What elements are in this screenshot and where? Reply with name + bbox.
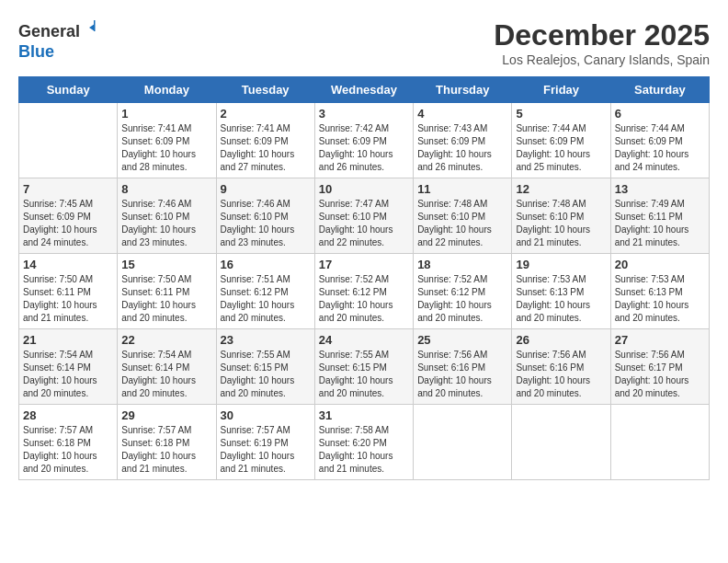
day-info: Sunrise: 7:41 AM Sunset: 6:09 PM Dayligh… [221,122,311,174]
day-number: 29 [121,408,211,422]
day-number: 3 [319,107,409,121]
calendar-cell [19,103,118,178]
title-area: December 2025 Los Realejos, Canary Islan… [494,18,710,67]
logo: General Blue [18,18,100,62]
day-number: 26 [516,333,606,347]
weekday-header-row: SundayMondayTuesdayWednesdayThursdayFrid… [19,77,710,103]
day-number: 17 [319,258,409,271]
day-number: 15 [121,258,211,271]
calendar-cell: 2Sunrise: 7:41 AM Sunset: 6:09 PM Daylig… [216,103,314,178]
day-number: 22 [121,333,211,347]
calendar-cell: 4Sunrise: 7:43 AM Sunset: 6:09 PM Daylig… [414,103,512,178]
day-number: 19 [516,258,606,271]
day-number: 18 [417,258,507,271]
weekday-header-friday: Friday [512,77,610,103]
day-info: Sunrise: 7:44 AM Sunset: 6:09 PM Dayligh… [615,122,705,174]
day-info: Sunrise: 7:58 AM Sunset: 6:20 PM Dayligh… [319,424,409,476]
calendar-cell: 15Sunrise: 7:50 AM Sunset: 6:11 PM Dayli… [118,254,216,329]
week-row-3: 14Sunrise: 7:50 AM Sunset: 6:11 PM Dayli… [19,254,710,329]
day-info: Sunrise: 7:49 AM Sunset: 6:11 PM Dayligh… [615,198,705,249]
calendar-table: SundayMondayTuesdayWednesdayThursdayFrid… [18,76,710,480]
day-number: 27 [615,333,705,347]
day-number: 4 [417,107,507,121]
day-number: 12 [516,182,606,196]
day-info: Sunrise: 7:52 AM Sunset: 6:12 PM Dayligh… [417,273,507,325]
calendar-cell: 18Sunrise: 7:52 AM Sunset: 6:12 PM Dayli… [414,254,512,329]
logo-blue: Blue [18,42,54,61]
calendar-cell: 23Sunrise: 7:55 AM Sunset: 6:15 PM Dayli… [216,329,314,405]
day-info: Sunrise: 7:47 AM Sunset: 6:10 PM Dayligh… [319,198,409,249]
day-number: 8 [121,182,211,196]
weekday-header-sunday: Sunday [19,77,118,103]
calendar-cell: 6Sunrise: 7:44 AM Sunset: 6:09 PM Daylig… [610,103,709,178]
calendar-cell: 22Sunrise: 7:54 AM Sunset: 6:14 PM Dayli… [118,329,216,405]
day-info: Sunrise: 7:57 AM Sunset: 6:18 PM Dayligh… [121,424,211,476]
calendar-cell [414,405,512,480]
day-info: Sunrise: 7:46 AM Sunset: 6:10 PM Dayligh… [221,198,311,249]
day-info: Sunrise: 7:53 AM Sunset: 6:13 PM Dayligh… [516,273,606,325]
day-number: 24 [319,333,409,347]
svg-rect-0 [94,20,96,31]
weekday-header-thursday: Thursday [414,77,512,103]
day-number: 1 [121,107,211,121]
day-number: 13 [615,182,705,196]
day-info: Sunrise: 7:48 AM Sunset: 6:10 PM Dayligh… [516,198,606,249]
day-info: Sunrise: 7:45 AM Sunset: 6:09 PM Dayligh… [23,198,113,249]
day-info: Sunrise: 7:57 AM Sunset: 6:19 PM Dayligh… [221,424,311,476]
calendar-cell: 27Sunrise: 7:56 AM Sunset: 6:17 PM Dayli… [610,329,709,405]
calendar-cell: 24Sunrise: 7:55 AM Sunset: 6:15 PM Dayli… [314,329,413,405]
weekday-header-tuesday: Tuesday [216,77,314,103]
day-info: Sunrise: 7:42 AM Sunset: 6:09 PM Dayligh… [319,122,409,174]
day-info: Sunrise: 7:55 AM Sunset: 6:15 PM Dayligh… [221,349,311,400]
day-info: Sunrise: 7:44 AM Sunset: 6:09 PM Dayligh… [516,122,606,174]
day-number: 21 [23,333,113,347]
day-info: Sunrise: 7:41 AM Sunset: 6:09 PM Dayligh… [121,122,211,174]
calendar-cell: 9Sunrise: 7:46 AM Sunset: 6:10 PM Daylig… [216,178,314,254]
day-number: 14 [23,258,113,271]
week-row-1: 1Sunrise: 7:41 AM Sunset: 6:09 PM Daylig… [19,103,710,178]
calendar-cell: 19Sunrise: 7:53 AM Sunset: 6:13 PM Dayli… [512,254,610,329]
calendar-cell: 26Sunrise: 7:56 AM Sunset: 6:16 PM Dayli… [512,329,610,405]
week-row-5: 28Sunrise: 7:57 AM Sunset: 6:18 PM Dayli… [19,405,710,480]
day-info: Sunrise: 7:46 AM Sunset: 6:10 PM Dayligh… [121,198,211,249]
logo-flag-icon [82,18,100,37]
day-number: 28 [23,408,113,422]
day-number: 16 [221,258,311,271]
calendar-cell: 7Sunrise: 7:45 AM Sunset: 6:09 PM Daylig… [19,178,118,254]
week-row-4: 21Sunrise: 7:54 AM Sunset: 6:14 PM Dayli… [19,329,710,405]
day-info: Sunrise: 7:54 AM Sunset: 6:14 PM Dayligh… [23,349,113,400]
weekday-header-monday: Monday [118,77,216,103]
calendar-cell: 10Sunrise: 7:47 AM Sunset: 6:10 PM Dayli… [314,178,413,254]
day-info: Sunrise: 7:50 AM Sunset: 6:11 PM Dayligh… [23,273,113,325]
location: Los Realejos, Canary Islands, Spain [494,52,710,67]
day-info: Sunrise: 7:43 AM Sunset: 6:09 PM Dayligh… [417,122,507,174]
calendar-cell: 1Sunrise: 7:41 AM Sunset: 6:09 PM Daylig… [118,103,216,178]
day-number: 23 [221,333,311,347]
day-number: 9 [221,182,311,196]
calendar-cell [610,405,709,480]
logo-general: General [18,22,80,40]
calendar-cell: 12Sunrise: 7:48 AM Sunset: 6:10 PM Dayli… [512,178,610,254]
day-number: 7 [23,182,113,196]
day-number: 5 [516,107,606,121]
header: General Blue December 2025 Los Realejos,… [18,18,710,67]
day-info: Sunrise: 7:56 AM Sunset: 6:16 PM Dayligh… [516,349,606,400]
day-number: 2 [221,107,311,121]
calendar-cell: 5Sunrise: 7:44 AM Sunset: 6:09 PM Daylig… [512,103,610,178]
calendar-cell [512,405,610,480]
calendar-cell: 8Sunrise: 7:46 AM Sunset: 6:10 PM Daylig… [118,178,216,254]
day-number: 11 [417,182,507,196]
calendar-cell: 11Sunrise: 7:48 AM Sunset: 6:10 PM Dayli… [414,178,512,254]
calendar-cell: 31Sunrise: 7:58 AM Sunset: 6:20 PM Dayli… [314,405,413,480]
week-row-2: 7Sunrise: 7:45 AM Sunset: 6:09 PM Daylig… [19,178,710,254]
day-info: Sunrise: 7:54 AM Sunset: 6:14 PM Dayligh… [121,349,211,400]
calendar-cell: 21Sunrise: 7:54 AM Sunset: 6:14 PM Dayli… [19,329,118,405]
day-info: Sunrise: 7:56 AM Sunset: 6:16 PM Dayligh… [417,349,507,400]
calendar-cell: 3Sunrise: 7:42 AM Sunset: 6:09 PM Daylig… [314,103,413,178]
calendar-cell: 17Sunrise: 7:52 AM Sunset: 6:12 PM Dayli… [314,254,413,329]
day-info: Sunrise: 7:55 AM Sunset: 6:15 PM Dayligh… [319,349,409,400]
calendar-cell: 16Sunrise: 7:51 AM Sunset: 6:12 PM Dayli… [216,254,314,329]
day-info: Sunrise: 7:52 AM Sunset: 6:12 PM Dayligh… [319,273,409,325]
day-info: Sunrise: 7:51 AM Sunset: 6:12 PM Dayligh… [221,273,311,325]
day-info: Sunrise: 7:57 AM Sunset: 6:18 PM Dayligh… [23,424,113,476]
